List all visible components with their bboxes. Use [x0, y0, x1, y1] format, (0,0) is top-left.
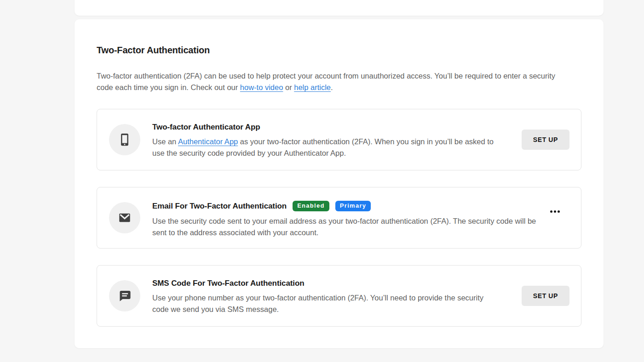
authenticator-app-card: Two-factor Authenticator App Use an Auth… [97, 109, 581, 170]
page: Two-Factor Authentication Two-factor aut… [0, 0, 644, 362]
envelope-icon [109, 202, 140, 233]
email-2fa-card: Email For Two-Factor Authentication Enab… [97, 187, 581, 249]
enabled-status-badge: Enabled [293, 201, 329, 211]
page-title: Two-Factor Authentication [97, 19, 581, 56]
authenticator-setup-button[interactable]: SET UP [522, 130, 569, 150]
ellipsis-menu-icon[interactable] [549, 208, 561, 215]
sms-bubble-icon [109, 280, 140, 311]
card-title: Email For Two-Factor Authentication [152, 202, 287, 211]
card-description: Use an Authenticator App as your two-fac… [152, 136, 498, 159]
card-action-area: SET UP [522, 266, 569, 326]
card-content: Two-factor Authenticator App Use an Auth… [152, 109, 522, 170]
card-title: SMS Code For Two-Factor Authentication [152, 279, 305, 288]
two-factor-settings-panel: Two-Factor Authentication Two-factor aut… [75, 19, 604, 348]
sms-setup-button[interactable]: SET UP [522, 286, 569, 306]
intro-text: . [331, 83, 333, 91]
card-action-area [549, 187, 561, 248]
intro-text: or [283, 83, 294, 91]
previous-section-card-edge [75, 0, 604, 16]
card-description: Use your phone number as your two-factor… [152, 292, 488, 315]
card-content: SMS Code For Two-Factor Authentication U… [152, 266, 522, 326]
card-title: Two-factor Authenticator App [152, 123, 260, 132]
card-content: Email For Two-Factor Authentication Enab… [152, 187, 549, 248]
help-article-link[interactable]: help article [294, 83, 331, 91]
mobile-phone-icon [109, 124, 140, 155]
sms-2fa-card: SMS Code For Two-Factor Authentication U… [97, 265, 581, 327]
section-description: Two-factor authentication (2FA) can be u… [97, 70, 571, 93]
desc-text: Use an [152, 137, 178, 146]
primary-status-badge: Primary [335, 201, 371, 211]
card-description: Use the security code sent to your email… [152, 215, 537, 238]
authenticator-app-link[interactable]: Authenticator App [178, 137, 238, 146]
how-to-video-link[interactable]: how-to video [240, 83, 283, 91]
card-action-area: SET UP [522, 109, 569, 170]
